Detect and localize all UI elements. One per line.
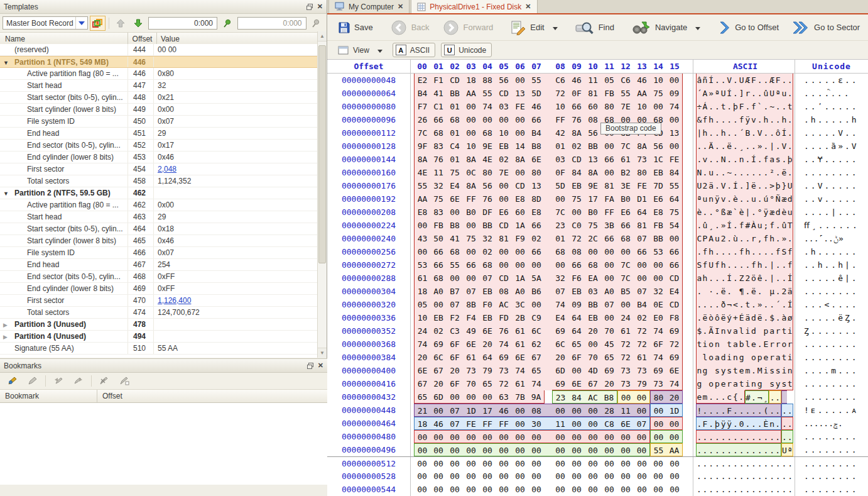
hex-byte[interactable]: 65 bbox=[479, 377, 496, 390]
ascii-char[interactable]: u bbox=[757, 219, 763, 232]
hex-byte[interactable]: 08 bbox=[496, 285, 512, 298]
forward-button[interactable]: Forward bbox=[438, 18, 498, 38]
ascii-char[interactable]: . bbox=[775, 100, 781, 113]
ascii-char[interactable]: . bbox=[696, 311, 702, 324]
hex-byte[interactable]: 07 bbox=[447, 417, 463, 430]
hex-byte[interactable]: 00 bbox=[650, 258, 666, 272]
ascii-char[interactable]: . bbox=[732, 74, 739, 87]
hex-byte[interactable]: 23 bbox=[552, 390, 568, 404]
hex-byte[interactable]: 6D bbox=[430, 390, 447, 404]
ascii-char[interactable]: . bbox=[781, 153, 788, 166]
template-row[interactable]: Start head46329 bbox=[0, 211, 318, 223]
hex-byte[interactable]: 74 bbox=[496, 338, 512, 351]
ascii-char[interactable]: o bbox=[708, 377, 714, 390]
ascii-char[interactable]: f bbox=[763, 153, 769, 166]
hex-byte[interactable]: 5A bbox=[528, 272, 545, 285]
unicode-text[interactable]: ........ bbox=[795, 166, 868, 179]
ascii-char[interactable]: . bbox=[732, 140, 739, 153]
goto-sector-button[interactable]: Go to Sector bbox=[788, 19, 864, 36]
unicode-text[interactable]: ........ bbox=[795, 377, 868, 390]
hex-byte[interactable]: 00 bbox=[447, 483, 463, 496]
hex-byte[interactable]: 46 bbox=[430, 417, 447, 430]
hex-byte[interactable]: 00 bbox=[634, 470, 650, 483]
ascii-char[interactable]: . bbox=[745, 192, 751, 206]
chevron-down-icon[interactable] bbox=[377, 50, 382, 53]
ascii-char[interactable]: $ bbox=[696, 324, 702, 338]
unicode-text[interactable]: !ᴇ.....ᴀ bbox=[795, 404, 868, 417]
hex-byte[interactable]: 00 bbox=[447, 272, 463, 285]
unicode-text[interactable]: ......ݮ. bbox=[795, 417, 868, 430]
ascii-char[interactable]: µ bbox=[769, 285, 775, 298]
hex-byte[interactable]: 55 bbox=[414, 179, 430, 192]
hex-byte[interactable]: 7C bbox=[617, 272, 634, 285]
template-row[interactable]: File system ID4500x07 bbox=[0, 116, 318, 128]
ascii-char[interactable]: . bbox=[763, 100, 769, 113]
hex-byte[interactable]: C9 bbox=[528, 311, 545, 324]
hex-byte[interactable]: 1A bbox=[512, 272, 528, 285]
ascii-char[interactable]: . bbox=[708, 430, 714, 443]
ascii-char[interactable]: ] bbox=[739, 87, 745, 100]
ascii-char[interactable]: . bbox=[739, 443, 745, 456]
ascii-char[interactable]: . bbox=[775, 430, 781, 443]
delete-all-bookmarks-button[interactable] bbox=[116, 373, 133, 389]
ascii-char[interactable]: . bbox=[726, 113, 732, 126]
ascii-char[interactable]: . bbox=[702, 483, 708, 496]
ascii-char[interactable]: T bbox=[787, 219, 793, 232]
hex-byte[interactable]: FF bbox=[552, 113, 568, 126]
ascii-char[interactable]: ¸ bbox=[763, 390, 769, 404]
ascii-char[interactable]: . bbox=[769, 430, 775, 443]
hex-byte[interactable]: 80 bbox=[650, 390, 666, 404]
hex-byte[interactable]: 00 bbox=[601, 258, 617, 272]
hex-byte[interactable]: 74 bbox=[414, 338, 430, 351]
ascii-char[interactable]: ~ bbox=[769, 100, 775, 113]
ascii-char[interactable]: . bbox=[739, 430, 745, 443]
hex-byte[interactable]: 00 bbox=[496, 258, 512, 272]
ascii-char[interactable]: | bbox=[769, 272, 775, 285]
hex-byte[interactable]: 20 bbox=[414, 351, 430, 364]
hex-byte[interactable]: FE bbox=[666, 153, 683, 166]
ascii-char[interactable]: . bbox=[775, 232, 781, 245]
ascii-char[interactable]: . bbox=[781, 258, 788, 272]
hex-byte[interactable]: 66 bbox=[528, 245, 545, 258]
hex-byte[interactable]: 00 bbox=[617, 483, 634, 496]
ascii-char[interactable]: . bbox=[714, 390, 720, 404]
hex-byte[interactable]: 08 bbox=[528, 404, 545, 417]
hex-byte[interactable]: 00 bbox=[617, 443, 634, 456]
ascii-char[interactable]: . bbox=[745, 258, 751, 272]
ascii-char[interactable]: n bbox=[769, 417, 775, 430]
ascii-char[interactable]: i bbox=[745, 324, 751, 338]
ascii-char[interactable]: È bbox=[763, 417, 769, 430]
template-select[interactable]: Master Boot Record bbox=[3, 16, 88, 30]
ascii-char[interactable]: o bbox=[708, 338, 714, 351]
delete-bookmark-button[interactable] bbox=[95, 373, 113, 389]
ascii-char[interactable]: V bbox=[726, 74, 732, 87]
hex-byte[interactable]: 00 bbox=[496, 457, 512, 470]
ascii-char[interactable]: ê bbox=[757, 272, 763, 285]
ascii-char[interactable]: . bbox=[702, 166, 708, 179]
ascii-char[interactable]: . bbox=[787, 483, 793, 496]
hex-byte[interactable]: 00 bbox=[634, 443, 650, 456]
template-position-input[interactable] bbox=[148, 17, 217, 30]
hex-byte[interactable]: 70 bbox=[601, 324, 617, 338]
ascii-char[interactable]: v bbox=[702, 153, 708, 166]
ascii-char[interactable]: ñ bbox=[702, 74, 708, 87]
hex-byte[interactable]: 20 bbox=[479, 338, 496, 351]
hex-byte[interactable]: 00 bbox=[479, 483, 496, 496]
hex-byte[interactable]: 6E bbox=[414, 364, 430, 377]
unicode-text[interactable]: ........ bbox=[795, 351, 868, 364]
ascii-char[interactable]: . bbox=[787, 166, 793, 179]
ascii-char[interactable]: ] bbox=[745, 179, 751, 192]
ascii-char[interactable]: | bbox=[769, 140, 775, 153]
float-panel-icon[interactable] bbox=[307, 362, 314, 370]
hex-byte[interactable]: 00 bbox=[430, 457, 447, 470]
hex-byte[interactable]: 7C bbox=[414, 126, 430, 140]
ascii-char[interactable]: S bbox=[781, 245, 788, 258]
pin-template-button[interactable] bbox=[219, 16, 235, 31]
ascii-char[interactable]: ° bbox=[714, 206, 720, 219]
ascii-char[interactable]: . bbox=[787, 87, 793, 100]
hex-byte[interactable]: 69 bbox=[666, 351, 683, 364]
ascii-char[interactable]: ë bbox=[720, 285, 727, 298]
ascii-char[interactable]: . bbox=[751, 390, 757, 404]
hex-row-offset[interactable]: 00000000448 bbox=[327, 404, 411, 417]
expander-expanded-icon[interactable]: ▼ bbox=[3, 187, 14, 199]
